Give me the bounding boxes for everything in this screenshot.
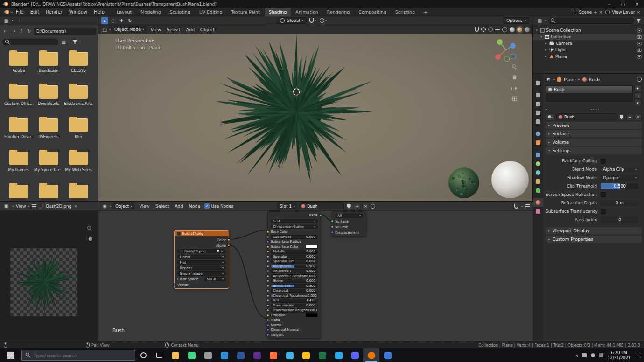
snap-magnet-icon[interactable] — [309, 18, 314, 23]
unlink-material-button[interactable]: × — [635, 114, 642, 120]
axis-navigation-gizmo[interactable] — [491, 35, 520, 64]
image-node-dropdown-single-image[interactable]: Single Image▾ — [177, 272, 226, 276]
bsdf-specular-tint-slider[interactable]: Specular Tint0.000 — [271, 259, 318, 264]
output-target-dropdown[interactable]: All▾ — [335, 214, 363, 218]
taskbar-app-visual-studio[interactable] — [249, 348, 265, 362]
workspace-tab-sculpting[interactable]: Sculpting — [166, 8, 195, 16]
taskbar-app-blender[interactable] — [363, 348, 379, 362]
editor-type-icon[interactable]: ◩ — [546, 77, 551, 82]
outliner-item-collection[interactable]: ▾Collection — [533, 34, 644, 40]
viewport-menu-select[interactable]: Select — [164, 26, 183, 34]
principled-bsdf-node[interactable]: BSDF GGX▾ Christensen-Burley▾ Base Color… — [267, 211, 321, 339]
input-socket[interactable] — [266, 328, 269, 331]
input-socket[interactable] — [266, 294, 269, 297]
expander-icon[interactable]: ▾ — [535, 28, 539, 32]
zoom-icon[interactable] — [512, 64, 517, 70]
input-socket[interactable] — [266, 230, 269, 233]
shading-material-icon[interactable] — [517, 27, 522, 32]
menu-edit[interactable]: Edit — [27, 8, 42, 16]
displacement-input-socket[interactable] — [331, 231, 334, 234]
properties-tab-modifiers[interactable] — [533, 150, 543, 159]
taskbar-app-telegram[interactable] — [330, 348, 347, 362]
back-button[interactable]: ← — [2, 28, 9, 35]
input-socket[interactable] — [266, 270, 269, 272]
material-output-node[interactable]: All▾ SurfaceVolumeDisplacement — [332, 211, 366, 237]
forward-button[interactable]: → — [10, 28, 17, 35]
breadcrumb-material[interactable]: Bush — [589, 77, 600, 82]
workspace-tab-uv-editing[interactable]: UV Editing — [195, 8, 227, 16]
display-size-icon[interactable]: ▦ — [60, 39, 67, 46]
proportional-editing-icon[interactable] — [481, 27, 486, 32]
file-search-input[interactable] — [12, 40, 53, 44]
proportional-editing-icon[interactable] — [320, 18, 324, 23]
bsdf-roughness-slider[interactable]: Roughness0.500 — [271, 265, 318, 269]
show-gizmo-icon[interactable] — [488, 27, 493, 32]
pin-icon[interactable] — [637, 77, 642, 82]
properties-tab-physics[interactable] — [533, 168, 543, 177]
add-slot-button[interactable]: + — [634, 85, 641, 91]
action-center-icon[interactable] — [635, 353, 641, 358]
image-editor[interactable]: ▣ ▾ View ▾ Bush2D.png × — [0, 201, 98, 341]
taskbar-app-settings[interactable] — [200, 348, 216, 362]
input-socket[interactable] — [266, 240, 269, 243]
field-pass-index[interactable]: 0 — [601, 217, 639, 223]
mode-dropdown[interactable]: Object Mode ▾ — [112, 26, 147, 33]
visibility-eye-icon[interactable] — [637, 55, 642, 59]
new-scene-icon[interactable]: + — [594, 10, 597, 14]
tray-expand-icon[interactable]: ∧ — [575, 353, 578, 358]
panel-preview[interactable]: ▸Preview — [546, 122, 642, 129]
workspace-tab-layout[interactable]: Layout — [112, 8, 136, 16]
workspace-tab-compositing[interactable]: Compositing — [354, 8, 391, 16]
select-box-tool-icon[interactable]: ▸ — [101, 17, 108, 24]
slot-specials-button[interactable]: ▾ — [634, 100, 641, 106]
editor-type-icon[interactable]: ◳ — [101, 26, 108, 33]
viewport-3d[interactable]: ◳ ▾ Object Mode ▾ ViewSelectAddObject Us… — [98, 25, 533, 201]
input-socket[interactable] — [266, 289, 269, 292]
bsdf-metallic-slider[interactable]: Metallic0.000 — [271, 250, 318, 254]
filter-icon[interactable] — [636, 19, 641, 23]
bsdf-anisotropic-rotation-slider[interactable]: Anisotropic Rotation0.000 — [271, 274, 318, 278]
workspace-tab-animation[interactable]: Animation — [291, 8, 322, 16]
dropdown-blend-mode[interactable]: Alpha Clip▾ — [601, 167, 639, 173]
rotate-tool-icon[interactable]: ↻ — [126, 17, 133, 24]
input-socket[interactable] — [266, 275, 269, 278]
transform-orientation-dropdown[interactable]: Global ▾ — [277, 17, 307, 24]
input-socket[interactable] — [266, 304, 269, 307]
bsdf-output-socket[interactable] — [319, 214, 322, 217]
menu-window[interactable]: Window — [66, 8, 91, 16]
parent-dir-button[interactable]: ↑ — [18, 28, 25, 35]
close-button[interactable]: × — [630, 0, 644, 8]
properties-tab-output[interactable] — [533, 99, 543, 108]
move-tool-icon[interactable]: ✚ — [118, 17, 125, 24]
bsdf-ior-slider[interactable]: IOR1.450 — [271, 299, 318, 303]
input-socket[interactable] — [266, 255, 269, 258]
bsdf-transmission-slider[interactable]: Transmission0.000 — [271, 304, 318, 308]
input-socket[interactable] — [266, 265, 269, 268]
image-node-dropdown-linear[interactable]: Linear▾ — [177, 255, 226, 259]
task-view-button[interactable] — [151, 348, 167, 362]
shader-editor[interactable]: ◉ ▾ Object ▾ ViewSelectAddNode ✓ Use Nod… — [98, 201, 533, 341]
folder-iisexpress[interactable]: IISExpress — [34, 115, 63, 148]
maximize-button[interactable]: □ — [616, 0, 630, 8]
unlink-image-icon[interactable]: × — [74, 204, 77, 209]
image-node-dropdown-repeat[interactable]: Repeat▾ — [177, 266, 226, 270]
bsdf-anisotropic-slider[interactable]: Anisotropic0.000 — [271, 269, 318, 273]
view-menu[interactable]: View — [16, 204, 26, 209]
color-space-dropdown[interactable]: sRGB▾ — [204, 277, 226, 281]
shader-menu-node[interactable]: Node — [186, 202, 203, 210]
shader-menu-view[interactable]: View — [136, 202, 153, 210]
input-socket[interactable] — [266, 334, 269, 336]
visibility-eye-icon[interactable] — [637, 48, 642, 52]
pin-icon[interactable] — [371, 204, 375, 209]
surface-input-socket[interactable] — [331, 220, 334, 223]
editor-type-icon[interactable]: ▤ — [536, 17, 543, 24]
volume-input-socket[interactable] — [331, 225, 334, 228]
taskbar-app-file-explorer[interactable] — [167, 348, 183, 362]
visibility-eye-icon[interactable] — [637, 35, 642, 39]
viewport-menu-view[interactable]: View — [148, 26, 164, 34]
zoom-icon[interactable] — [87, 226, 92, 232]
properties-tab-particles[interactable] — [533, 159, 543, 168]
vector-input-socket[interactable] — [173, 283, 176, 286]
minimize-button[interactable]: – — [602, 0, 616, 8]
checkbox-screen-space-refraction[interactable] — [601, 192, 606, 197]
